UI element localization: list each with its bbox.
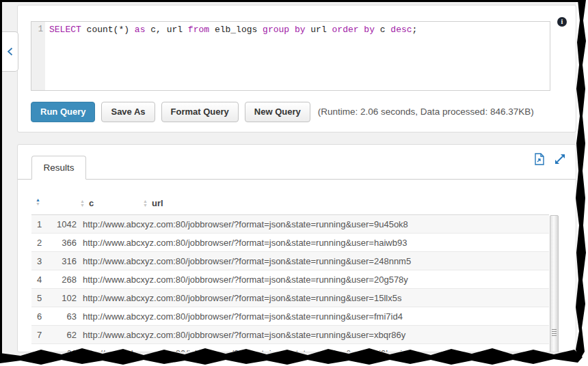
sql-text: elb_logs <box>209 25 263 35</box>
sql-keyword: desc <box>390 25 412 35</box>
row-index-cell: 5 <box>31 293 53 303</box>
editor-gutter: 1 <box>31 22 45 90</box>
sort-icons: ▲ ▼ <box>80 199 85 208</box>
c-value-cell: 268 <box>53 274 77 285</box>
results-panel: Results ▲ ▼ ▲ ▼ c ▲ ▼ ur <box>17 144 576 352</box>
sql-text: ; <box>412 25 418 35</box>
row-index-cell: 1 <box>31 219 53 229</box>
table-row: 11042http://www.abcxyz.com:80/jobbrowser… <box>31 215 549 234</box>
sort-control-url[interactable]: ▲ ▼ url <box>143 198 163 208</box>
table-row: 4268http://www.abcxyz.com:80/jobbrowser/… <box>31 270 549 289</box>
row-index-cell: 3 <box>31 256 53 266</box>
tab-strip-divider <box>18 179 576 180</box>
sql-keyword: from <box>188 25 209 35</box>
url-value-cell: http://www.abcxyz.com:80/jobbrowser/?for… <box>77 330 549 340</box>
results-actions <box>534 153 566 165</box>
table-row: 861http://www.abcxyz.com:80/jobbrowser/?… <box>31 344 549 352</box>
table-row: 663http://www.abcxyz.com:80/jobbrowser/?… <box>31 307 549 326</box>
row-index-cell: 4 <box>31 274 53 285</box>
sql-keyword: as <box>135 25 146 35</box>
query-toolbar: Run Query Save As Format Query New Query… <box>31 101 569 122</box>
format-query-button[interactable]: Format Query <box>161 102 239 122</box>
sidebar-collapse-button[interactable] <box>2 31 18 72</box>
row-index-cell: 7 <box>31 330 53 340</box>
sort-control-rownum[interactable]: ▲ ▼ <box>36 198 44 206</box>
url-value-cell: http://www.abcxyz.com:80/jobbrowser/?for… <box>77 256 549 266</box>
c-value-cell: 102 <box>53 293 77 303</box>
column-header-c: c <box>89 198 94 208</box>
sql-text: count(*) <box>81 25 135 35</box>
new-query-button[interactable]: New Query <box>245 102 310 122</box>
c-value-cell: 1042 <box>53 219 77 229</box>
url-value-cell: http://www.abcxyz.com:80/jobbrowser/?for… <box>77 311 549 322</box>
results-table-body: 11042http://www.abcxyz.com:80/jobbrowser… <box>31 215 549 352</box>
expand-icon[interactable] <box>554 153 566 165</box>
scrollbar-grip-icon <box>552 329 557 337</box>
url-value-cell: http://www.abcxyz.com:80/jobbrowser/?for… <box>77 219 549 229</box>
url-value-cell: http://www.abcxyz.com:80/jobbrowser/?for… <box>77 293 549 303</box>
info-icon[interactable]: i <box>557 17 567 27</box>
chevron-left-icon <box>7 47 13 56</box>
table-row: 762http://www.abcxyz.com:80/jobbrowser/?… <box>31 326 549 344</box>
sql-text: c <box>375 25 390 35</box>
sql-text: url <box>306 25 332 35</box>
row-index-cell: 6 <box>31 311 53 322</box>
table-row: 2366http://www.abcxyz.com:80/jobbrowser/… <box>31 234 549 252</box>
download-file-icon[interactable] <box>534 153 545 165</box>
query-runtime-status: (Runtime: 2.06 seconds, Data processed: … <box>318 107 534 117</box>
run-query-button[interactable]: Run Query <box>31 102 95 122</box>
tab-results[interactable]: Results <box>31 156 86 180</box>
results-table-header: ▲ ▼ ▲ ▼ c ▲ ▼ url <box>31 195 549 215</box>
sort-icons: ▲ ▼ <box>143 199 148 208</box>
c-value-cell: 366 <box>53 238 77 248</box>
save-as-button[interactable]: Save As <box>101 102 155 122</box>
sort-control-c[interactable]: ▲ ▼ c <box>80 198 94 208</box>
sql-keyword: order by <box>332 25 375 35</box>
line-number: 1 <box>38 25 43 34</box>
sort-desc-icon: ▼ <box>80 203 85 208</box>
url-value-cell: http://www.abcxyz.com:80/jobbrowser/?for… <box>77 274 549 285</box>
row-index-cell: 8 <box>31 348 53 353</box>
row-index-cell: 2 <box>31 238 53 248</box>
results-scrollbar[interactable] <box>550 215 559 352</box>
sql-keyword: group by <box>263 25 305 35</box>
sort-desc-icon: ▼ <box>36 202 40 206</box>
sql-code-line: SELECT count(*) as c, url from elb_logs … <box>45 22 550 90</box>
table-row: 3316http://www.abcxyz.com:80/jobbrowser/… <box>31 252 549 270</box>
url-value-cell: http://www.abcxyz.com:80/jobbrowser/?for… <box>77 238 549 248</box>
sort-desc-icon: ▼ <box>143 203 148 208</box>
sort-icons: ▲ ▼ <box>36 198 40 206</box>
c-value-cell: 61 <box>53 348 77 353</box>
query-editor-panel: i 1 SELECT count(*) as c, url from elb_l… <box>17 5 576 132</box>
screenshot-stage: i 1 SELECT count(*) as c, url from elb_l… <box>0 0 588 366</box>
sql-keyword: SELECT <box>49 25 81 35</box>
sql-text: c, url <box>145 25 187 35</box>
c-value-cell: 62 <box>53 330 77 340</box>
column-header-url: url <box>152 198 163 208</box>
c-value-cell: 63 <box>53 311 77 322</box>
c-value-cell: 316 <box>53 256 77 266</box>
table-row: 5102http://www.abcxyz.com:80/jobbrowser/… <box>31 289 549 307</box>
sql-editor[interactable]: 1 SELECT count(*) as c, url from elb_log… <box>31 21 550 91</box>
url-value-cell: http://www.abcxyz.com:80/jobbrowser/?for… <box>77 348 549 353</box>
